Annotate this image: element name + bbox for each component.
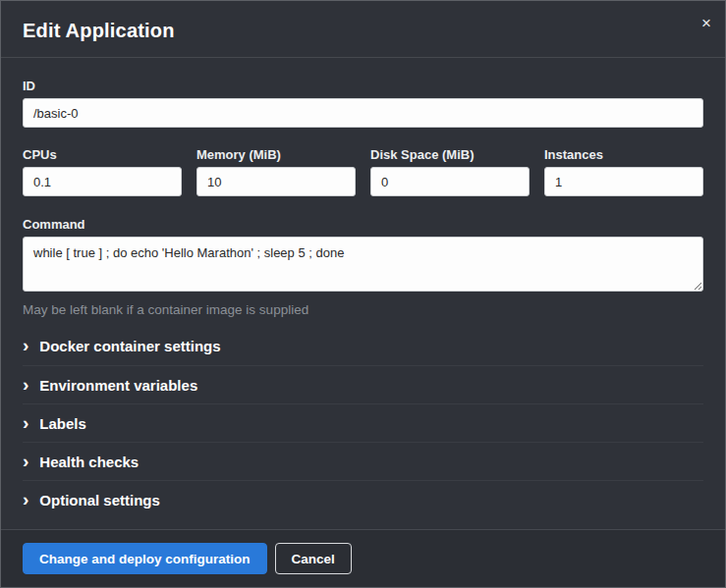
section-label: Optional settings [39, 492, 160, 508]
section-docker-container-settings[interactable]: › Docker container settings [23, 327, 703, 365]
memory-label: Memory (MiB) [196, 147, 356, 162]
modal-header: Edit Application × [1, 1, 725, 58]
memory-field: Memory (MiB) [196, 147, 356, 196]
command-field: Command while [ true ] ; do echo 'Hello … [23, 217, 703, 317]
id-label: ID [23, 79, 703, 93]
modal-footer: Change and deploy configuration Cancel [1, 529, 725, 587]
cpus-field: CPUs [23, 147, 182, 196]
cpus-label: CPUs [23, 147, 182, 162]
section-label: Docker container settings [39, 338, 220, 354]
chevron-right-icon: › [23, 413, 28, 432]
change-and-deploy-button[interactable]: Change and deploy configuration [23, 543, 267, 574]
edit-application-modal: Edit Application × ID CPUs Memory (MiB) … [0, 0, 726, 588]
close-icon[interactable]: × [701, 15, 711, 31]
modal-body: ID CPUs Memory (MiB) Disk Space (MiB) In… [1, 58, 725, 529]
section-environment-variables[interactable]: › Environment variables [23, 365, 703, 403]
disk-field: Disk Space (MiB) [370, 147, 530, 196]
modal-title: Edit Application [23, 20, 703, 42]
section-label: Labels [39, 415, 86, 432]
chevron-right-icon: › [23, 490, 28, 508]
resources-row: CPUs Memory (MiB) Disk Space (MiB) Insta… [23, 147, 703, 196]
command-input[interactable]: while [ true ] ; do echo 'Hello Marathon… [23, 237, 703, 292]
section-optional-settings[interactable]: › Optional settings [23, 480, 703, 518]
instances-label: Instances [544, 147, 703, 162]
command-label: Command [23, 217, 703, 232]
section-label: Environment variables [39, 377, 197, 394]
section-label: Health checks [39, 454, 139, 470]
cancel-button[interactable]: Cancel [275, 543, 352, 574]
command-help-text: May be left blank if a container image i… [23, 302, 703, 317]
cpus-input[interactable] [23, 167, 182, 196]
id-field: ID [23, 79, 703, 128]
chevron-right-icon: › [23, 375, 28, 394]
memory-input[interactable] [196, 167, 356, 196]
id-input[interactable] [23, 98, 703, 128]
disk-input[interactable] [370, 167, 530, 196]
chevron-right-icon: › [23, 452, 28, 470]
section-labels[interactable]: › Labels [23, 403, 703, 442]
instances-input[interactable] [544, 167, 703, 196]
instances-field: Instances [544, 147, 703, 196]
section-health-checks[interactable]: › Health checks [23, 442, 703, 480]
disk-label: Disk Space (MiB) [370, 147, 530, 162]
collapsible-sections: › Docker container settings › Environmen… [23, 327, 703, 518]
chevron-right-icon: › [23, 336, 28, 354]
